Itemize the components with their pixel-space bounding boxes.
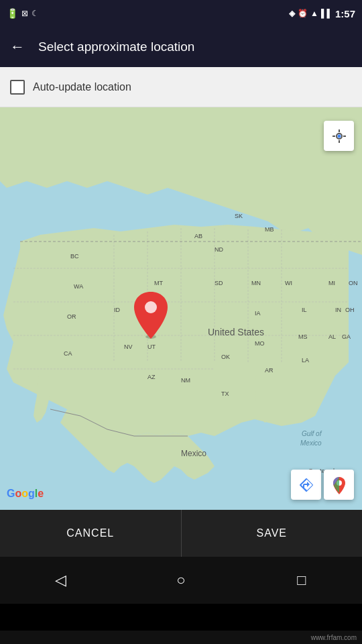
in-label: IN: [335, 307, 341, 313]
data-icon: ⊠: [21, 9, 28, 18]
us-label: United States: [208, 327, 264, 337]
battery-icon: 🔋: [7, 8, 18, 19]
il-label: IL: [302, 307, 307, 313]
gulf-mexico-label: Mexico: [300, 439, 322, 447]
oh-label: OH: [345, 307, 355, 313]
ms-label: MS: [298, 333, 308, 340]
sk-label: SK: [235, 213, 243, 219]
mn-label: MN: [251, 280, 261, 286]
recent-apps-button[interactable]: □: [282, 567, 322, 594]
cancel-button[interactable]: CANCEL: [0, 510, 182, 557]
directions-button[interactable]: [291, 470, 321, 500]
az-label: AZ: [147, 374, 156, 380]
nm-label: NM: [181, 377, 190, 384]
page-title: Select approximate location: [38, 40, 194, 54]
time-display: 1:57: [335, 8, 355, 19]
ca-label: CA: [64, 350, 72, 357]
gulf-label: Gulf of: [302, 430, 322, 437]
status-bar: 🔋 ⊠ ☾ ◈ ⏰ ▲ ▌▌ 1:57: [0, 0, 362, 27]
ut-label: UT: [147, 343, 156, 350]
ab-label: AB: [194, 233, 202, 239]
ia-label: IA: [255, 310, 261, 317]
action-buttons: CANCEL SAVE: [0, 510, 362, 557]
nd-label: ND: [215, 246, 223, 253]
save-button[interactable]: SAVE: [182, 510, 363, 557]
mo-label: MO: [255, 340, 265, 347]
mi-label: MI: [328, 280, 335, 286]
mt-label: MT: [154, 280, 163, 286]
back-nav-button[interactable]: ◁: [40, 567, 80, 594]
map-container[interactable]: BC AB MB SK WA OR CA ID MT WY NV UT AZ N…: [0, 107, 362, 510]
al-label: AL: [328, 333, 336, 340]
watermark: www.frfam.com: [0, 631, 362, 644]
moon-icon: ☾: [32, 9, 39, 18]
wa-label: WA: [74, 283, 83, 290]
status-icons-right: ◈ ⏰ ▲ ▌▌ 1:57: [289, 8, 355, 19]
directions-icon: [298, 477, 314, 493]
svg-point-2: [145, 301, 157, 313]
la-label: LA: [302, 357, 309, 364]
on-label: ON: [349, 280, 358, 286]
map-svg: BC AB MB SK WA OR CA ID MT WY NV UT AZ N…: [0, 107, 362, 510]
auto-update-checkbox[interactable]: [10, 80, 25, 95]
ar-label: AR: [265, 367, 274, 374]
nav-bar: ◁ ○ □: [0, 557, 362, 604]
mb-label: MB: [265, 226, 274, 233]
id-label: ID: [114, 307, 121, 313]
header: ← Select approximate location: [0, 27, 362, 67]
mexico-label: Mexico: [181, 449, 206, 458]
google-logo-text: Google: [7, 488, 44, 499]
status-icons-left: 🔋 ⊠ ☾: [7, 8, 39, 19]
wifi-icon: ▲: [310, 9, 318, 18]
sd-label: SD: [215, 280, 223, 286]
back-button[interactable]: ←: [10, 38, 25, 56]
auto-update-row[interactable]: Auto-update location: [0, 67, 362, 107]
google-logo: Google: [7, 488, 44, 500]
open-maps-button[interactable]: [324, 470, 354, 500]
signal-icon: ▌▌: [321, 9, 333, 18]
map-bottom-buttons: [291, 470, 354, 500]
location-crosshair-icon: [331, 128, 347, 144]
auto-update-label: Auto-update location: [33, 81, 131, 93]
or-label: OR: [67, 313, 76, 320]
alarm-icon: ⏰: [298, 9, 308, 18]
bc-label: BC: [70, 253, 79, 260]
ok-label: OK: [221, 354, 230, 360]
svg-point-8: [337, 134, 341, 138]
home-nav-button[interactable]: ○: [161, 567, 201, 594]
wi-label: WI: [285, 280, 292, 286]
my-location-button[interactable]: [324, 121, 354, 151]
nv-label: NV: [124, 343, 133, 350]
location-status-icon: ◈: [289, 9, 295, 18]
google-maps-icon: [330, 476, 349, 494]
ga-label: GA: [342, 333, 351, 340]
tx-label: TX: [221, 390, 229, 397]
